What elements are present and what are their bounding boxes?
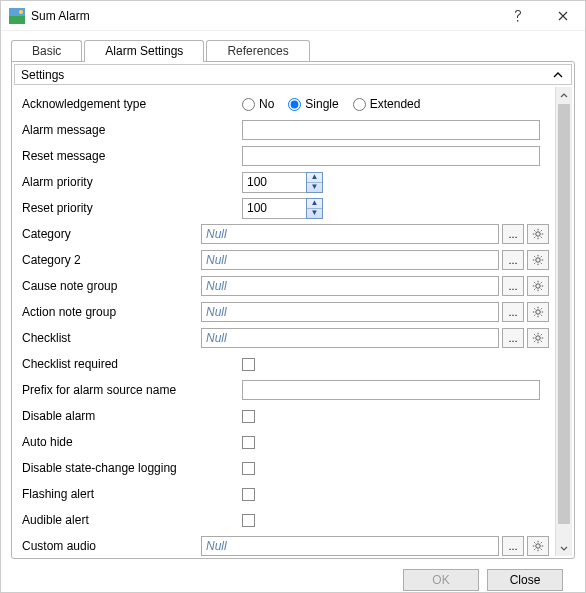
scroll-track[interactable]	[556, 104, 572, 539]
spin-up-icon[interactable]: ▲	[307, 199, 322, 209]
category-gear-button[interactable]	[527, 224, 549, 244]
label-custom-audio: Custom audio	[22, 539, 201, 553]
spin-down-icon[interactable]: ▼	[307, 209, 322, 218]
tab-bar: Basic Alarm Settings References	[11, 39, 575, 61]
svg-line-35	[534, 308, 535, 309]
close-button[interactable]: Close	[487, 569, 563, 591]
window-title: Sum Alarm	[31, 9, 90, 23]
reset-message-input[interactable]	[242, 146, 540, 166]
spin-down-icon[interactable]: ▼	[307, 183, 322, 192]
checklist-gear-button[interactable]	[527, 328, 549, 348]
ack-type-group: No Single Extended	[242, 97, 420, 111]
svg-line-18	[541, 263, 542, 264]
section-title: Settings	[21, 68, 551, 82]
ack-radio-single[interactable]: Single	[288, 97, 338, 111]
action-note-gear-button[interactable]	[527, 302, 549, 322]
dialog-footer: OK Close	[11, 559, 575, 591]
svg-point-3	[536, 232, 540, 236]
tab-references[interactable]: References	[206, 40, 309, 62]
svg-line-47	[541, 334, 542, 335]
checklist-required-checkbox[interactable]	[242, 358, 255, 371]
custom-audio-input[interactable]	[201, 536, 499, 556]
label-prefix-src: Prefix for alarm source name	[22, 383, 242, 397]
vertical-scrollbar[interactable]	[555, 87, 572, 556]
custom-audio-browse-button[interactable]: ...	[502, 536, 524, 556]
svg-line-10	[534, 237, 535, 238]
ack-radio-extended[interactable]: Extended	[353, 97, 421, 111]
tab-alarm-settings[interactable]: Alarm Settings	[84, 40, 204, 62]
app-icon	[9, 8, 25, 24]
svg-line-54	[541, 549, 542, 550]
svg-line-19	[534, 263, 535, 264]
svg-point-12	[536, 258, 540, 262]
reset-priority-input[interactable]	[242, 198, 306, 219]
alarm-message-input[interactable]	[242, 120, 540, 140]
checklist-input[interactable]	[201, 328, 499, 348]
spin-up-icon[interactable]: ▲	[307, 173, 322, 183]
cause-note-browse-button[interactable]: ...	[502, 276, 524, 296]
svg-line-38	[541, 308, 542, 309]
settings-body: Acknowledgement type No Single Extended …	[14, 87, 555, 556]
scroll-down-button[interactable]	[556, 539, 572, 556]
section-header[interactable]: Settings	[14, 64, 572, 85]
disable-sclog-checkbox[interactable]	[242, 462, 255, 475]
cause-note-input[interactable]	[201, 276, 499, 296]
ok-button[interactable]: OK	[403, 569, 479, 591]
settings-pane: Settings Acknowledgement type No Single …	[11, 61, 575, 559]
auto-hide-checkbox[interactable]	[242, 436, 255, 449]
svg-line-28	[534, 289, 535, 290]
alarm-priority-spinner[interactable]: ▲▼	[306, 172, 323, 193]
svg-line-44	[534, 334, 535, 335]
help-button[interactable]	[495, 1, 540, 31]
svg-point-2	[19, 10, 23, 14]
close-window-button[interactable]	[540, 1, 585, 31]
checklist-browse-button[interactable]: ...	[502, 328, 524, 348]
svg-point-30	[536, 310, 540, 314]
tab-basic[interactable]: Basic	[11, 40, 82, 62]
category2-gear-button[interactable]	[527, 250, 549, 270]
label-auto-hide: Auto hide	[22, 435, 242, 449]
alarm-priority-input[interactable]	[242, 172, 306, 193]
action-note-input[interactable]	[201, 302, 499, 322]
collapse-icon[interactable]	[551, 68, 565, 82]
label-flashing: Flashing alert	[22, 487, 242, 501]
prefix-source-input[interactable]	[242, 380, 540, 400]
ack-radio-no[interactable]: No	[242, 97, 274, 111]
label-ack-type: Acknowledgement type	[22, 97, 242, 111]
category-browse-button[interactable]: ...	[502, 224, 524, 244]
svg-line-37	[534, 315, 535, 316]
svg-line-45	[541, 341, 542, 342]
label-disable-alarm: Disable alarm	[22, 409, 242, 423]
custom-audio-gear-button[interactable]	[527, 536, 549, 556]
cause-note-gear-button[interactable]	[527, 276, 549, 296]
svg-point-21	[536, 284, 540, 288]
svg-line-8	[534, 230, 535, 231]
label-checklist: Checklist	[22, 331, 201, 345]
svg-line-17	[534, 256, 535, 257]
category-input[interactable]	[201, 224, 499, 244]
disable-alarm-checkbox[interactable]	[242, 410, 255, 423]
audible-alert-checkbox[interactable]	[242, 514, 255, 527]
action-note-browse-button[interactable]: ...	[502, 302, 524, 322]
label-cause-note: Cause note group	[22, 279, 201, 293]
category2-input[interactable]	[201, 250, 499, 270]
svg-line-53	[534, 542, 535, 543]
scroll-up-button[interactable]	[556, 87, 572, 104]
reset-priority-spinner[interactable]: ▲▼	[306, 198, 323, 219]
svg-line-26	[534, 282, 535, 283]
svg-line-27	[541, 289, 542, 290]
svg-rect-1	[9, 16, 25, 24]
label-alarm-msg: Alarm message	[22, 123, 242, 137]
svg-line-56	[541, 542, 542, 543]
svg-line-46	[534, 341, 535, 342]
label-reset-priority: Reset priority	[22, 201, 242, 215]
svg-line-55	[534, 549, 535, 550]
label-category: Category	[22, 227, 201, 241]
flashing-alert-checkbox[interactable]	[242, 488, 255, 501]
scroll-thumb[interactable]	[558, 104, 570, 524]
label-audible: Audible alert	[22, 513, 242, 527]
svg-line-29	[541, 282, 542, 283]
label-action-note: Action note group	[22, 305, 201, 319]
category2-browse-button[interactable]: ...	[502, 250, 524, 270]
label-reset-msg: Reset message	[22, 149, 242, 163]
